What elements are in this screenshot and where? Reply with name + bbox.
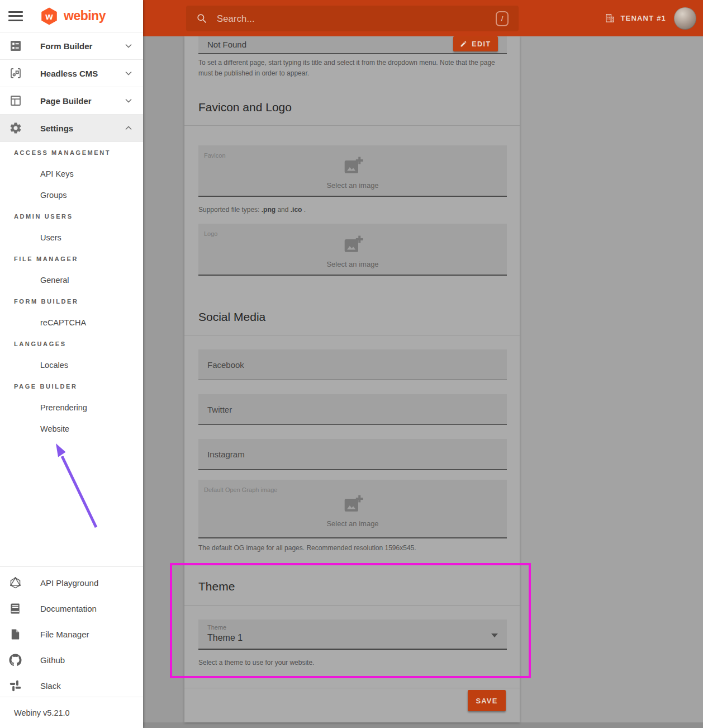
twitter-input-label: Twitter: [207, 405, 232, 414]
favicon-field-label: Favicon: [204, 152, 226, 159]
submenu-item-locales[interactable]: Locales: [0, 354, 143, 376]
search-icon: [196, 13, 207, 24]
website-settings-panel: Not Found EDIT To set a different page, …: [184, 36, 520, 722]
settings-submenu: ACCESS MANAGEMENT API Keys Groups ADMIN …: [0, 142, 143, 439]
edit-button[interactable]: EDIT: [453, 36, 498, 51]
pencil-icon: [460, 40, 467, 48]
top-header: Search... / TENANT #1: [143, 0, 703, 36]
webiny-logo-text: webiny: [64, 8, 106, 23]
submenu-item-recaptcha[interactable]: reCAPTCHA: [0, 312, 143, 333]
webiny-logo[interactable]: w webiny: [39, 6, 106, 26]
favicon-image-dropzone[interactable]: Favicon Select an image: [198, 145, 507, 197]
search-input[interactable]: Search... /: [186, 6, 519, 31]
save-button[interactable]: SAVE: [468, 690, 506, 711]
social-media-section-title: Social Media: [184, 299, 520, 335]
submenu-section-page-builder: PAGE BUILDER: [0, 376, 143, 397]
theme-select[interactable]: Theme Theme 1: [198, 620, 507, 650]
facebook-input[interactable]: Facebook: [198, 349, 507, 380]
svg-text:w: w: [45, 11, 53, 22]
favicon-helper-text: Supported file types: .png and .ico .: [198, 205, 306, 215]
instagram-input[interactable]: Instagram: [198, 439, 507, 470]
tenant-label: TENANT #1: [620, 14, 666, 22]
sidebar-item-label: Slack: [40, 681, 61, 691]
submenu-section-languages: LANGUAGES: [0, 333, 143, 354]
sidebar-item-api-playground[interactable]: API Playground: [0, 570, 143, 595]
sidebar-item-headless-cms[interactable]: Headless CMS: [0, 60, 143, 87]
building-icon: [605, 13, 615, 23]
chevron-down-icon: [123, 95, 134, 106]
theme-helper-text: Select a theme to use for your website.: [198, 658, 314, 668]
sidebar-header: w webiny: [0, 0, 143, 32]
not-found-helper-text: To set a different page, start typing it…: [198, 58, 505, 78]
content-bottom-strip: [143, 722, 703, 728]
submenu-section-file-manager: FILE MANAGER: [0, 248, 143, 270]
twitter-input[interactable]: Twitter: [198, 394, 507, 425]
favicon-logo-section-title: Favicon and Logo: [184, 89, 520, 126]
submenu-item-api-keys[interactable]: API Keys: [0, 163, 143, 185]
sidebar-item-documentation[interactable]: Documentation: [0, 595, 143, 621]
submenu-item-groups[interactable]: Groups: [0, 185, 143, 206]
instagram-input-label: Instagram: [207, 450, 245, 459]
submenu-item-prerendering[interactable]: Prerendering: [0, 397, 143, 418]
documentation-icon: [9, 602, 22, 615]
submenu-section-form-builder: FORM BUILDER: [0, 291, 143, 312]
sidebar-item-label: Github: [40, 655, 65, 665]
sidebar-item-slack[interactable]: Slack: [0, 673, 143, 698]
slash-shortcut-badge: /: [496, 11, 509, 26]
sidebar: w webiny Form Builder Headless CMS Page …: [0, 0, 143, 728]
logo-image-dropzone[interactable]: Logo Select an image: [198, 224, 507, 276]
sidebar-item-label: Documentation: [40, 604, 97, 613]
save-row-divider: [184, 688, 520, 688]
user-avatar[interactable]: [674, 7, 696, 30]
facebook-input-label: Facebook: [207, 360, 244, 370]
sidebar-item-label: Headless CMS: [40, 69, 98, 78]
og-image-dropzone[interactable]: Default Open Graph image Select an image: [198, 480, 507, 538]
submenu-item-users[interactable]: Users: [0, 227, 143, 248]
not-found-page-value: Not Found: [207, 40, 246, 49]
submenu-section-admin-users: ADMIN USERS: [0, 206, 143, 227]
theme-select-value: Theme 1: [207, 633, 498, 643]
sidebar-item-form-builder[interactable]: Form Builder: [0, 32, 143, 60]
sidebar-item-file-manager[interactable]: File Manager: [0, 621, 143, 647]
webiny-logo-badge-icon: w: [39, 6, 59, 26]
sidebar-item-settings[interactable]: Settings: [0, 115, 143, 142]
submenu-item-website[interactable]: Website: [0, 418, 143, 439]
theme-select-label: Theme: [207, 624, 498, 631]
sidebar-item-page-builder[interactable]: Page Builder: [0, 87, 143, 115]
select-caret-icon: [491, 634, 498, 637]
headless-cms-icon: [9, 67, 22, 80]
content-gutter: [143, 36, 184, 728]
select-image-label: Select an image: [326, 519, 378, 528]
sidebar-bottom-links: API Playground Documentation File Manage…: [0, 566, 143, 698]
settings-gear-icon: [9, 121, 22, 135]
sidebar-item-label: Page Builder: [40, 96, 92, 106]
file-icon: [9, 628, 22, 641]
og-helper-text: The default OG image for all pages. Reco…: [198, 543, 416, 554]
sidebar-item-github[interactable]: Github: [0, 647, 143, 673]
og-image-field-label: Default Open Graph image: [204, 486, 277, 493]
slack-icon: [9, 679, 22, 692]
sidebar-item-label: Settings: [40, 124, 73, 133]
hamburger-menu-icon[interactable]: [8, 8, 23, 23]
chevron-down-icon: [123, 40, 134, 51]
submenu-item-general[interactable]: General: [0, 270, 143, 291]
edit-button-label: EDIT: [472, 40, 491, 48]
app-version-label: Webiny v5.21.0: [0, 697, 143, 728]
logo-field-label: Logo: [204, 230, 217, 237]
chevron-up-icon: [123, 122, 134, 134]
submenu-section-access-management: ACCESS MANAGEMENT: [0, 142, 143, 163]
image-add-icon: [341, 155, 364, 177]
chevron-down-icon: [123, 68, 134, 79]
sidebar-item-label: File Manager: [40, 630, 89, 639]
sidebar-item-label: Form Builder: [40, 41, 92, 51]
select-image-label: Select an image: [326, 260, 378, 268]
tenant-selector[interactable]: TENANT #1: [605, 0, 666, 36]
api-playground-icon: [9, 576, 22, 589]
purple-arrow-annotation: [48, 436, 103, 534]
save-button-label: SAVE: [476, 697, 497, 705]
sidebar-item-label: API Playground: [40, 578, 98, 588]
search-placeholder: Search...: [217, 13, 255, 24]
image-add-icon: [341, 493, 364, 516]
form-builder-icon: [9, 39, 22, 53]
select-image-label: Select an image: [326, 181, 378, 190]
